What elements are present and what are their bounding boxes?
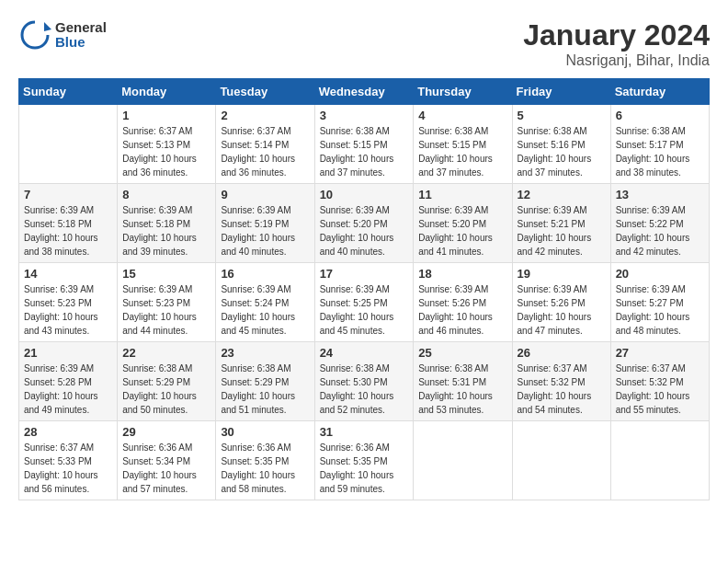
- calendar-day-cell: 21Sunrise: 6:39 AM Sunset: 5:28 PM Dayli…: [19, 342, 118, 421]
- calendar-day-cell: 7Sunrise: 6:39 AM Sunset: 5:18 PM Daylig…: [19, 184, 118, 263]
- calendar-day-cell: 29Sunrise: 6:36 AM Sunset: 5:34 PM Dayli…: [118, 421, 216, 500]
- logo: General Blue: [18, 18, 107, 52]
- calendar-week-row: 28Sunrise: 6:37 AM Sunset: 5:33 PM Dayli…: [19, 421, 710, 500]
- weekday-header: Friday: [512, 79, 610, 105]
- calendar-day-cell: 20Sunrise: 6:39 AM Sunset: 5:27 PM Dayli…: [610, 263, 709, 342]
- day-number: 15: [122, 267, 210, 281]
- logo-blue-text: Blue: [55, 35, 107, 51]
- title-block: January 2024 Nasriganj, Bihar, India: [523, 18, 710, 69]
- day-info: Sunrise: 6:37 AM Sunset: 5:32 PM Dayligh…: [616, 362, 704, 417]
- day-info: Sunrise: 6:39 AM Sunset: 5:28 PM Dayligh…: [24, 362, 112, 417]
- day-info: Sunrise: 6:39 AM Sunset: 5:18 PM Dayligh…: [24, 203, 112, 259]
- day-info: Sunrise: 6:39 AM Sunset: 5:27 PM Dayligh…: [616, 282, 704, 338]
- day-number: 10: [320, 188, 409, 201]
- logo-general-text: General: [55, 20, 107, 36]
- day-number: 18: [418, 267, 506, 281]
- day-info: Sunrise: 6:38 AM Sunset: 5:15 PM Dayligh…: [418, 124, 506, 179]
- day-number: 29: [122, 425, 210, 439]
- day-number: 6: [616, 109, 704, 122]
- day-info: Sunrise: 6:38 AM Sunset: 5:29 PM Dayligh…: [122, 362, 210, 417]
- calendar-day-cell: 15Sunrise: 6:39 AM Sunset: 5:23 PM Dayli…: [118, 263, 216, 342]
- day-number: 26: [518, 346, 606, 360]
- day-number: 4: [418, 109, 506, 122]
- day-info: Sunrise: 6:38 AM Sunset: 5:17 PM Dayligh…: [616, 124, 704, 179]
- day-info: Sunrise: 6:37 AM Sunset: 5:14 PM Dayligh…: [221, 124, 309, 179]
- calendar-day-cell: [19, 105, 118, 184]
- calendar-day-cell: 27Sunrise: 6:37 AM Sunset: 5:32 PM Dayli…: [610, 342, 709, 421]
- weekday-header: Sunday: [19, 79, 118, 105]
- calendar-day-cell: 5Sunrise: 6:38 AM Sunset: 5:16 PM Daylig…: [512, 105, 610, 184]
- day-info: Sunrise: 6:39 AM Sunset: 5:23 PM Dayligh…: [24, 282, 112, 338]
- day-number: 7: [24, 188, 112, 201]
- calendar-day-cell: 10Sunrise: 6:39 AM Sunset: 5:20 PM Dayli…: [314, 184, 414, 263]
- calendar-day-cell: 4Sunrise: 6:38 AM Sunset: 5:15 PM Daylig…: [414, 105, 512, 184]
- day-number: 25: [418, 346, 506, 360]
- calendar-day-cell: [512, 421, 610, 500]
- day-info: Sunrise: 6:39 AM Sunset: 5:22 PM Dayligh…: [616, 203, 704, 259]
- calendar-day-cell: [414, 421, 512, 500]
- page-header: General Blue January 2024 Nasriganj, Bih…: [18, 18, 710, 69]
- day-number: 19: [518, 267, 606, 281]
- calendar-day-cell: 16Sunrise: 6:39 AM Sunset: 5:24 PM Dayli…: [216, 263, 314, 342]
- calendar-day-cell: 2Sunrise: 6:37 AM Sunset: 5:14 PM Daylig…: [216, 105, 314, 184]
- day-number: 21: [24, 346, 112, 360]
- day-number: 5: [518, 109, 606, 122]
- calendar-day-cell: 28Sunrise: 6:37 AM Sunset: 5:33 PM Dayli…: [19, 421, 118, 500]
- day-info: Sunrise: 6:38 AM Sunset: 5:29 PM Dayligh…: [221, 362, 309, 417]
- calendar-week-row: 1Sunrise: 6:37 AM Sunset: 5:13 PM Daylig…: [19, 105, 710, 184]
- day-number: 2: [221, 109, 309, 122]
- day-number: 30: [221, 425, 309, 439]
- day-info: Sunrise: 6:38 AM Sunset: 5:15 PM Dayligh…: [320, 124, 409, 179]
- calendar-day-cell: 17Sunrise: 6:39 AM Sunset: 5:25 PM Dayli…: [314, 263, 414, 342]
- day-info: Sunrise: 6:36 AM Sunset: 5:35 PM Dayligh…: [320, 441, 409, 496]
- calendar-table: SundayMondayTuesdayWednesdayThursdayFrid…: [18, 78, 710, 500]
- logo-bird-icon: [18, 18, 51, 52]
- day-number: 28: [24, 425, 112, 439]
- logo-text: General Blue: [18, 18, 107, 52]
- day-number: 11: [418, 188, 506, 201]
- weekday-header-row: SundayMondayTuesdayWednesdayThursdayFrid…: [19, 79, 710, 105]
- day-number: 3: [320, 109, 409, 122]
- calendar-day-cell: 25Sunrise: 6:38 AM Sunset: 5:31 PM Dayli…: [414, 342, 512, 421]
- day-number: 24: [320, 346, 409, 360]
- day-number: 9: [221, 188, 309, 201]
- day-number: 12: [518, 188, 606, 201]
- day-info: Sunrise: 6:39 AM Sunset: 5:20 PM Dayligh…: [418, 203, 506, 259]
- calendar-day-cell: 19Sunrise: 6:39 AM Sunset: 5:26 PM Dayli…: [512, 263, 610, 342]
- weekday-header: Saturday: [610, 79, 709, 105]
- day-info: Sunrise: 6:39 AM Sunset: 5:20 PM Dayligh…: [320, 203, 409, 259]
- day-number: 17: [320, 267, 409, 281]
- calendar-day-cell: 13Sunrise: 6:39 AM Sunset: 5:22 PM Dayli…: [610, 184, 709, 263]
- calendar-day-cell: 11Sunrise: 6:39 AM Sunset: 5:20 PM Dayli…: [414, 184, 512, 263]
- calendar-day-cell: 1Sunrise: 6:37 AM Sunset: 5:13 PM Daylig…: [118, 105, 216, 184]
- day-info: Sunrise: 6:39 AM Sunset: 5:26 PM Dayligh…: [518, 282, 606, 338]
- day-number: 8: [122, 188, 210, 201]
- weekday-header: Wednesday: [314, 79, 414, 105]
- day-number: 23: [221, 346, 309, 360]
- calendar-day-cell: 14Sunrise: 6:39 AM Sunset: 5:23 PM Dayli…: [19, 263, 118, 342]
- day-number: 31: [320, 425, 409, 439]
- day-info: Sunrise: 6:38 AM Sunset: 5:31 PM Dayligh…: [418, 362, 506, 417]
- day-info: Sunrise: 6:37 AM Sunset: 5:13 PM Dayligh…: [122, 124, 210, 179]
- calendar-day-cell: [610, 421, 709, 500]
- weekday-header: Tuesday: [216, 79, 314, 105]
- day-info: Sunrise: 6:36 AM Sunset: 5:34 PM Dayligh…: [122, 441, 210, 496]
- calendar-subtitle: Nasriganj, Bihar, India: [523, 52, 710, 69]
- calendar-day-cell: 22Sunrise: 6:38 AM Sunset: 5:29 PM Dayli…: [118, 342, 216, 421]
- day-number: 27: [616, 346, 704, 360]
- calendar-day-cell: 12Sunrise: 6:39 AM Sunset: 5:21 PM Dayli…: [512, 184, 610, 263]
- day-info: Sunrise: 6:39 AM Sunset: 5:26 PM Dayligh…: [418, 282, 506, 338]
- calendar-day-cell: 23Sunrise: 6:38 AM Sunset: 5:29 PM Dayli…: [216, 342, 314, 421]
- day-number: 1: [122, 109, 210, 122]
- calendar-day-cell: 18Sunrise: 6:39 AM Sunset: 5:26 PM Dayli…: [414, 263, 512, 342]
- day-info: Sunrise: 6:36 AM Sunset: 5:35 PM Dayligh…: [221, 441, 309, 496]
- calendar-day-cell: 30Sunrise: 6:36 AM Sunset: 5:35 PM Dayli…: [216, 421, 314, 500]
- calendar-week-row: 14Sunrise: 6:39 AM Sunset: 5:23 PM Dayli…: [19, 263, 710, 342]
- day-number: 13: [616, 188, 704, 201]
- calendar-week-row: 21Sunrise: 6:39 AM Sunset: 5:28 PM Dayli…: [19, 342, 710, 421]
- day-number: 20: [616, 267, 704, 281]
- calendar-day-cell: 6Sunrise: 6:38 AM Sunset: 5:17 PM Daylig…: [610, 105, 709, 184]
- day-info: Sunrise: 6:39 AM Sunset: 5:23 PM Dayligh…: [122, 282, 210, 338]
- calendar-day-cell: 8Sunrise: 6:39 AM Sunset: 5:18 PM Daylig…: [118, 184, 216, 263]
- day-info: Sunrise: 6:39 AM Sunset: 5:25 PM Dayligh…: [320, 282, 409, 338]
